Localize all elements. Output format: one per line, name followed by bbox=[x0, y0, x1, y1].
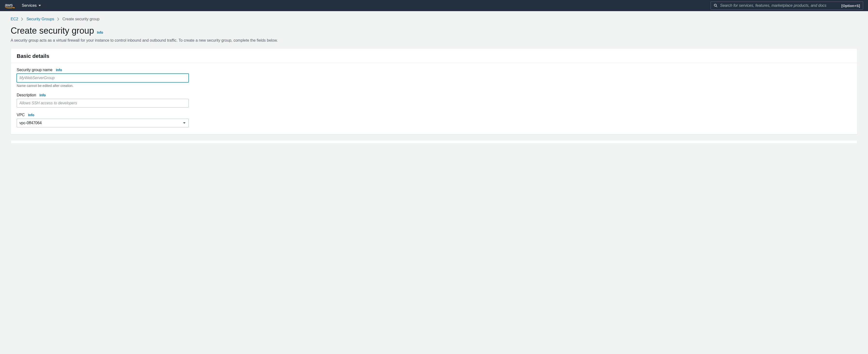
panel-header: Basic details bbox=[11, 49, 857, 63]
page-title: Create security group bbox=[11, 26, 94, 36]
vpc-label: VPC bbox=[17, 113, 25, 117]
aws-logo-text: aws bbox=[5, 3, 12, 7]
search-shortcut-hint: [Option+S] bbox=[841, 4, 860, 8]
breadcrumb-ec2[interactable]: EC2 bbox=[11, 17, 18, 21]
breadcrumb-security-groups[interactable]: Security Groups bbox=[26, 17, 54, 21]
global-search-input[interactable] bbox=[720, 3, 839, 8]
page-description: A security group acts as a virtual firew… bbox=[11, 38, 857, 43]
page-title-row: Create security group Info bbox=[11, 26, 857, 36]
caret-down-icon bbox=[38, 4, 41, 7]
page-info-link[interactable]: Info bbox=[97, 31, 103, 34]
chevron-right-icon bbox=[21, 18, 24, 21]
breadcrumb-current: Create security group bbox=[62, 17, 99, 21]
next-panel bbox=[11, 140, 857, 143]
sg-name-label: Security group name bbox=[17, 68, 53, 72]
security-group-name-input[interactable] bbox=[17, 74, 189, 82]
chevron-right-icon bbox=[57, 18, 60, 21]
field-security-group-name: Security group name Info Name cannot be … bbox=[17, 68, 851, 88]
search-icon bbox=[714, 4, 718, 7]
page-content: EC2 Security Groups Create security grou… bbox=[0, 11, 868, 153]
breadcrumb: EC2 Security Groups Create security grou… bbox=[11, 17, 857, 21]
description-label: Description bbox=[17, 93, 36, 97]
panel-body: Security group name Info Name cannot be … bbox=[11, 63, 857, 134]
basic-details-panel: Basic details Security group name Info N… bbox=[11, 49, 857, 134]
top-nav: aws Services [Option+S] bbox=[0, 0, 868, 11]
services-label: Services bbox=[22, 3, 37, 8]
field-vpc: VPC Info vpc-0ff47064 bbox=[17, 113, 851, 127]
aws-logo[interactable]: aws bbox=[5, 3, 14, 8]
field-description: Description Info bbox=[17, 93, 851, 107]
aws-smile-icon bbox=[5, 7, 14, 8]
vpc-selected-value: vpc-0ff47064 bbox=[20, 121, 42, 125]
sg-name-info-link[interactable]: Info bbox=[56, 68, 62, 72]
services-menu-button[interactable]: Services bbox=[22, 3, 41, 8]
panel-title: Basic details bbox=[17, 53, 851, 59]
description-info-link[interactable]: Info bbox=[39, 93, 46, 97]
global-search[interactable]: [Option+S] bbox=[711, 1, 863, 10]
sg-name-hint: Name cannot be edited after creation. bbox=[17, 84, 851, 88]
vpc-info-link[interactable]: Info bbox=[28, 113, 34, 117]
description-input[interactable] bbox=[17, 99, 189, 107]
vpc-select[interactable]: vpc-0ff47064 bbox=[17, 119, 189, 127]
